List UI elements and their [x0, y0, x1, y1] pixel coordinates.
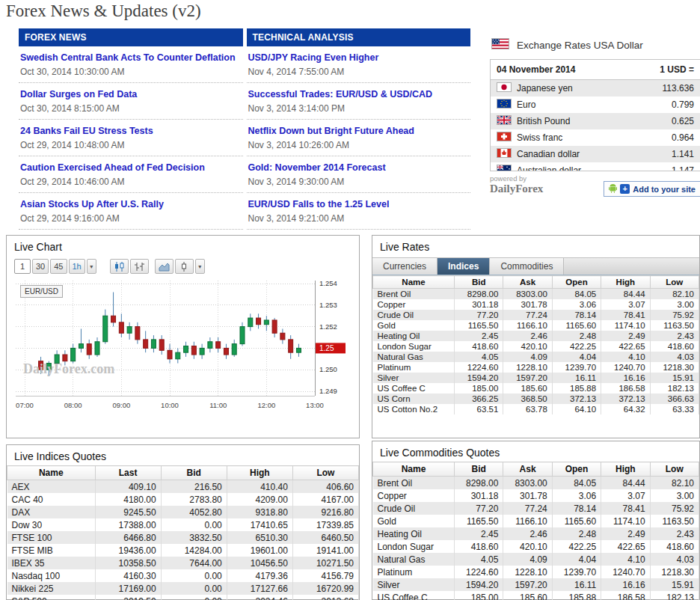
quote-value: 0.00: [161, 595, 227, 600]
news-item: Gold: November 2014 Forecast Nov 3, 2014…: [247, 156, 471, 193]
quote-row: Silver1594.201597.2016.1116.1615.91: [373, 578, 699, 591]
news-link[interactable]: Netflix Down but Bright Future Ahead: [248, 126, 470, 136]
quote-value: 63.78: [503, 404, 552, 414]
quote-row: US Coffee C185.00185.60185.88186.58182.1…: [373, 591, 699, 600]
quote-value: 1228.10: [503, 362, 552, 373]
interval-caret-icon[interactable]: ▾: [87, 259, 96, 274]
chart-area: 1.2541.2531.2521.2511.2501.24907:0008:00…: [13, 278, 354, 414]
quote-value: 64.10: [552, 404, 601, 414]
exchange-rates-base: 1 USD =: [660, 64, 694, 75]
exchange-rates-footer: powered by DailyForex + Add to your site: [490, 174, 700, 200]
quote-value: 0.00: [161, 518, 227, 531]
quote-value: 1224.60: [455, 362, 503, 373]
quote-value: 9216.80: [292, 506, 358, 518]
interval-30-button[interactable]: 30: [32, 259, 49, 274]
quote-value: 77.24: [503, 310, 552, 320]
svg-text:1.250: 1.250: [319, 365, 337, 373]
quote-name: Heating Oil: [373, 527, 455, 540]
quote-value: 2.45: [455, 527, 503, 540]
add-to-your-site-label: Add to your site: [633, 185, 696, 194]
compare-icon[interactable]: [110, 259, 129, 274]
news-link[interactable]: Dollar Surges on Fed Data: [20, 89, 242, 100]
news-link[interactable]: Gold: November 2014 Forecast: [248, 162, 470, 173]
news-item: Successful Trades: EUR/USD & USD/CAD Nov…: [247, 83, 471, 120]
quote-value: 3.06: [552, 299, 601, 310]
quote-row: Nasdaq 1004160.300.004179.364156.79: [7, 569, 359, 582]
tab-commodities[interactable]: Commodities: [490, 258, 564, 275]
news-item: Netflix Down but Bright Future Ahead Nov…: [247, 120, 471, 156]
quote-value: 422.65: [601, 540, 650, 553]
exchange-rate-row: Swiss franc 0.964: [491, 129, 700, 146]
quote-value: 1165.60: [552, 515, 601, 527]
quote-value: 1239.70: [552, 362, 601, 373]
column-header: Low: [292, 466, 358, 480]
tab-indices[interactable]: Indices: [438, 258, 490, 275]
quote-value: 2.46: [503, 527, 552, 540]
news-timestamp: Oct 29, 2014 10:46:00 AM: [20, 177, 242, 187]
quote-value: 4180.00: [95, 493, 161, 506]
exchange-rate-row: Japanese yen 113.636: [491, 80, 700, 97]
quote-value: 4052.80: [161, 506, 227, 518]
us-flag-icon: [491, 38, 509, 52]
quote-row: Natural Gas4.054.094.044.104.03: [373, 553, 699, 566]
quote-row: Dow 3017388.000.0017410.6517339.85: [7, 518, 359, 531]
forex-news-column: FOREX NEWS Swedish Central Bank Acts To …: [19, 28, 243, 230]
jp-flag-icon: [497, 82, 512, 94]
news-link[interactable]: USD/JPY Racing Even Higher: [248, 52, 470, 63]
quote-value: 3832.50: [161, 531, 227, 544]
quote-value: 1239.70: [552, 566, 601, 578]
column-header: Bid: [455, 276, 503, 289]
quote-name: Gold: [373, 320, 455, 331]
quote-value: 0.00: [161, 582, 227, 595]
column-header: Last: [95, 466, 161, 480]
live-chart-title: Live Chart: [7, 236, 359, 256]
quote-name: Brent Oil: [373, 289, 455, 300]
interval-1-button[interactable]: 1: [14, 259, 31, 274]
news-timestamp: Oct 30, 2014 8:15:00 AM: [20, 103, 242, 114]
chart-type-caret-icon[interactable]: ▾: [195, 259, 205, 274]
quote-value: 77.20: [455, 502, 503, 515]
quote-name: Natural Gas: [373, 352, 455, 362]
quote-name: US Corn: [373, 394, 455, 404]
quote-row: Platinum1224.601228.101239.701240.701218…: [373, 566, 699, 578]
quote-value: 2.49: [601, 527, 650, 540]
news-link[interactable]: 24 Banks Fail EU Stress Tests: [20, 126, 242, 136]
quote-value: 84.44: [601, 477, 650, 490]
bars-icon[interactable]: [130, 259, 149, 274]
plus-icon: +: [620, 184, 630, 194]
quote-value: 6510.30: [227, 531, 292, 544]
tab-currencies[interactable]: Currencies: [372, 258, 438, 275]
quote-name: US Coffee C: [373, 383, 455, 394]
column-header: Ask: [503, 462, 552, 477]
candlestick-icon[interactable]: [175, 259, 194, 274]
news-link[interactable]: Swedish Central Bank Acts To Counter Def…: [20, 52, 242, 63]
quote-value: 10456.50: [227, 557, 292, 569]
add-to-your-site-button[interactable]: + Add to your site: [604, 181, 700, 197]
interval-dropdown-button[interactable]: 1h: [69, 259, 85, 274]
quote-value: 186.58: [601, 383, 650, 394]
quote-name: Nasdaq 100: [7, 569, 96, 582]
news-link[interactable]: Caution Exercised Ahead of Fed Decision: [20, 162, 242, 173]
quote-row: US Corn366.25368.50372.13372.13366.63: [373, 394, 699, 404]
interval-45-button[interactable]: 45: [50, 259, 67, 274]
quote-value: 420.10: [503, 540, 552, 553]
svg-text:10:00: 10:00: [161, 401, 179, 409]
quote-value: 4156.79: [292, 569, 358, 582]
quote-row: Heating Oil2.452.462.482.492.43: [373, 331, 699, 341]
quote-value: 182.13: [650, 591, 699, 600]
quote-value: 16720.99: [292, 582, 358, 595]
quote-row: Nikkei 22517169.000.0017127.6616720.99: [7, 582, 359, 595]
candlestick-chart[interactable]: 1.2541.2531.2521.2511.2501.24907:0008:00…: [13, 278, 351, 411]
quote-name: Copper: [373, 299, 455, 310]
exchange-rate-row: Euro 0.799: [491, 97, 700, 113]
live-rates-title: Live Rates: [372, 236, 699, 256]
news-link[interactable]: EUR/USD Falls to the 1.25 Level: [248, 199, 470, 209]
quote-value: 301.78: [503, 299, 552, 310]
live-commodities-title: Live Commodities Quotes: [372, 441, 699, 462]
quote-value: 301.78: [503, 489, 552, 502]
news-link[interactable]: Asian Stocks Up After U.S. Rally: [20, 199, 242, 209]
quote-value: 409.10: [95, 480, 161, 494]
quote-value: 410.40: [227, 480, 292, 494]
area-icon[interactable]: [155, 259, 174, 274]
news-link[interactable]: Successful Trades: EUR/USD & USD/CAD: [248, 89, 470, 100]
